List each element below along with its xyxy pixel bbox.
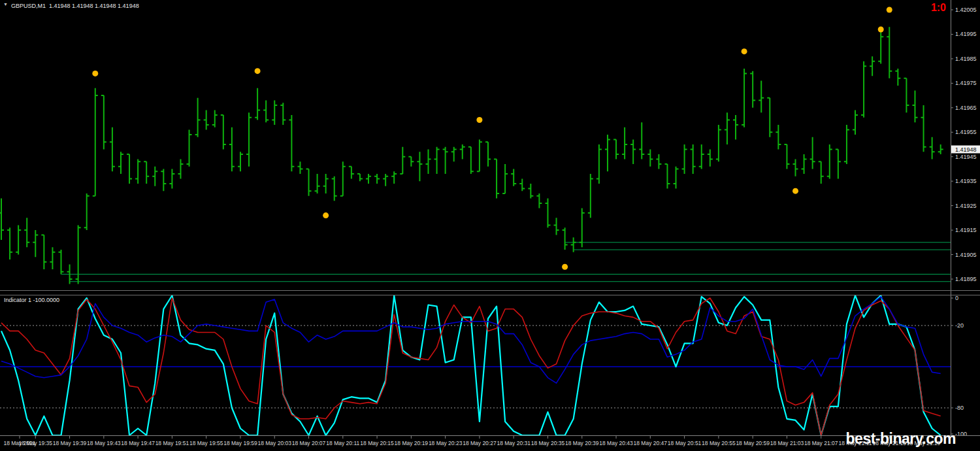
time-axis-label: 18 May 19:39	[53, 440, 87, 446]
price-axis-label: 1.41895	[955, 276, 977, 282]
chart-canvas: 1.420051.419951.419851.419751.419651.419…	[0, 0, 980, 451]
time-axis-label: 18 May 20:47	[634, 440, 668, 446]
price-axis[interactable]: 1.420051.419951.419851.419751.419651.419…	[951, 7, 980, 282]
time-axis-label: 18 May 20:59	[736, 440, 770, 446]
time-axis[interactable]: 18 May 202118 May 19:3518 May 19:3918 Ma…	[3, 436, 940, 446]
signal-dot	[887, 7, 892, 13]
time-axis-label: 18 May 20:27	[463, 440, 497, 446]
price-axis-label: 1.41975	[955, 80, 977, 86]
time-axis-label: 18 May 19:59	[223, 440, 257, 446]
ohlc-bars	[0, 27, 943, 284]
time-axis-label: 18 May 20:43	[599, 440, 633, 446]
time-axis-label: 18 May 20:51	[668, 440, 702, 446]
price-axis-label: 1.41925	[955, 203, 977, 209]
price-axis-label: 1.42005	[955, 7, 977, 13]
time-axis-label: 18 May 20:11	[326, 440, 359, 446]
signal-dot	[255, 68, 261, 74]
time-axis-label: 18 May 20:19	[395, 440, 429, 446]
indicator-axis-label: -80	[955, 405, 964, 411]
time-axis-label: 18 May 20:39	[565, 440, 599, 446]
panel-borders	[0, 0, 980, 436]
indicator-line-fast-cyan	[1, 295, 941, 435]
time-axis-label: 18 May 21:07	[804, 440, 838, 446]
indicator-panel[interactable]: 0-20-80-100	[0, 295, 967, 437]
time-axis-label: 18 May 20:15	[360, 440, 394, 446]
price-axis-label: 1.41945	[955, 154, 977, 160]
signal-dot	[323, 212, 329, 218]
time-axis-label: 18 May 20:31	[497, 440, 531, 446]
indicator-line-smooth-blue	[1, 297, 941, 383]
indicator-axis-label: -100	[955, 431, 967, 437]
time-axis-label: 18 May 19:51	[155, 440, 189, 446]
indicator-axis-label: -20	[955, 322, 964, 329]
price-axis-label: 1.41905	[955, 252, 977, 258]
signal-dot	[878, 26, 884, 32]
signal-dot	[742, 48, 747, 54]
indicator-title: Indicator 1 -100.0000	[4, 297, 59, 304]
current-price-label: 1.41948	[955, 146, 977, 153]
indicator-axis-label: 0	[955, 295, 958, 301]
time-axis-label: 18 May 19:43	[87, 440, 121, 446]
price-axis-label: 1.41995	[955, 31, 977, 37]
price-axis-label: 1.41985	[955, 56, 977, 62]
watermark-text: best-binary.com	[846, 430, 956, 448]
time-axis-label: 18 May 19:55	[189, 440, 223, 446]
signal-dot	[92, 71, 98, 76]
main-chart[interactable]	[0, 7, 951, 284]
price-axis-label: 1.41915	[955, 227, 977, 233]
signal-dot	[792, 188, 798, 194]
time-axis-label: 18 May 20:07	[292, 440, 326, 446]
signal-dot	[562, 264, 568, 270]
price-axis-label: 1.41955	[955, 129, 977, 135]
time-axis-label: 18 May 20:23	[429, 440, 463, 446]
signal-dot	[476, 117, 482, 123]
chevron-down-icon[interactable]: ▼	[3, 2, 8, 7]
time-axis-label: 18 May 21:03	[770, 440, 804, 446]
price-axis-label: 1.41965	[955, 105, 977, 111]
trading-terminal-window: 1.420051.419951.419851.419751.419651.419…	[0, 0, 980, 451]
time-axis-label: 18 May 20:03	[257, 440, 291, 446]
time-axis-label: 18 May 20:55	[702, 440, 736, 446]
signal-ratio-badge: 1:0	[931, 2, 946, 14]
time-axis-label: 18 May 19:47	[121, 440, 155, 446]
time-axis-label: 18 May 19:35	[19, 440, 53, 446]
time-axis-label: 18 May 20:35	[531, 440, 565, 446]
price-axis-label: 1.41935	[955, 178, 977, 184]
chart-title: GBPUSD,M1 1.41948 1.41948 1.41948 1.4194…	[11, 3, 139, 10]
